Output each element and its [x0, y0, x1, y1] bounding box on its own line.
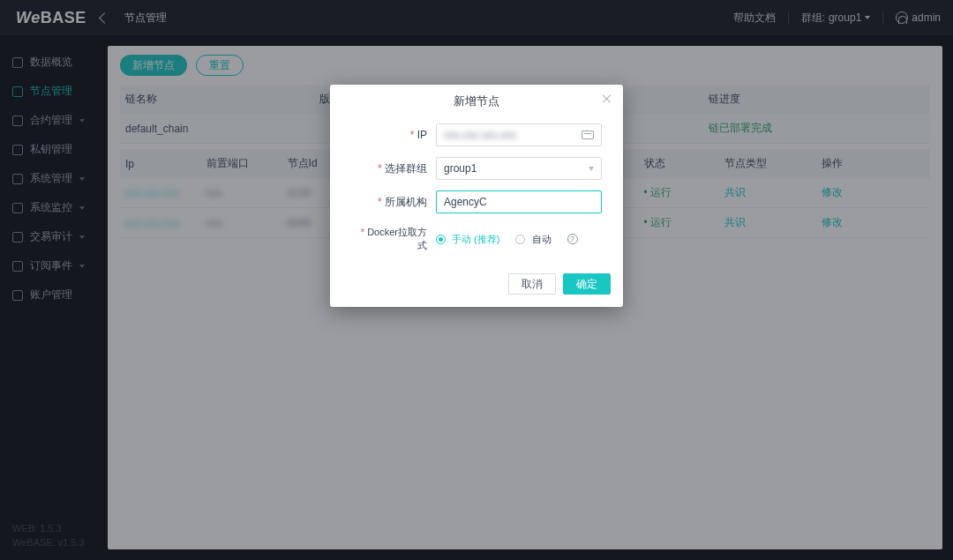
chevron-down-icon: [589, 167, 594, 171]
docker-manual-radio[interactable]: 手动 (推荐): [436, 233, 499, 246]
help-icon[interactable]: ?: [567, 234, 578, 244]
ip-label: IP: [351, 129, 427, 141]
agency-label: 所属机构: [351, 195, 427, 210]
radio-icon: [436, 235, 446, 244]
agency-input[interactable]: AgencyC: [436, 190, 602, 213]
docker-auto-radio[interactable]: 自动: [515, 233, 551, 246]
cancel-button[interactable]: 取消: [508, 273, 556, 295]
modal-title: 新增节点: [330, 85, 623, 118]
add-node-modal: 新增节点 IP xxx.xxx.xxx.xxx 选择群组 group1 所属机构…: [330, 85, 623, 307]
ok-button[interactable]: 确定: [563, 273, 611, 295]
close-icon[interactable]: [600, 92, 614, 106]
radio-icon: [515, 235, 525, 244]
ip-input[interactable]: xxx.xxx.xxx.xxx: [436, 123, 602, 146]
keyboard-icon: [582, 131, 594, 139]
group-label: 选择群组: [351, 161, 427, 176]
docker-label: Docker拉取方式: [351, 226, 427, 252]
group-select[interactable]: group1: [436, 157, 602, 180]
